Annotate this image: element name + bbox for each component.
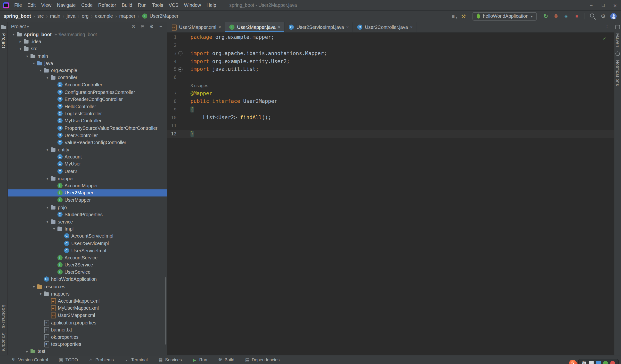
tool-button-project[interactable]: Project	[1, 33, 6, 48]
tree-item-resources[interactable]: ▾resources	[8, 283, 167, 290]
menu-edit[interactable]: Edit	[25, 0, 39, 10]
tree-item-controller[interactable]: ▾controller	[8, 74, 167, 81]
chevron-down-icon[interactable]: ▾	[38, 292, 43, 296]
fold-icon[interactable]: −	[178, 51, 182, 55]
tree-item-user2controller[interactable]: User2Controller	[8, 132, 167, 139]
tree-item-account[interactable]: Account	[8, 153, 167, 161]
tree-item-accountcontroller[interactable]: AccountController	[8, 81, 167, 88]
status-version-control[interactable]: Version Control	[11, 357, 48, 362]
status-run[interactable]: Run	[192, 357, 207, 362]
locate-icon[interactable]	[131, 24, 136, 29]
tab-user2controller-java[interactable]: User2Controller.java×	[353, 22, 417, 32]
chevron-down-icon[interactable]: ▾	[45, 177, 50, 181]
window-maximize-button[interactable]	[597, 0, 609, 10]
ime-language-indicator[interactable]: 英	[582, 360, 586, 364]
notifications-icon[interactable]	[615, 51, 620, 55]
menu-code[interactable]: Code	[79, 0, 96, 10]
tree-item-impl[interactable]: ▾Impl	[8, 225, 167, 233]
chevron-down-icon[interactable]: ▾	[45, 148, 50, 152]
tree-item-accountserviceimpl[interactable]: AccountServiceImpl	[8, 233, 167, 240]
close-icon[interactable]: ×	[218, 24, 221, 30]
inspections-ok-icon[interactable]	[603, 35, 606, 42]
ime-symbol-icon[interactable]	[596, 361, 601, 364]
settings-icon[interactable]	[149, 24, 155, 29]
tab-user2mapper-xml[interactable]: User2Mapper.xml×	[167, 22, 225, 32]
chevron-down-icon[interactable]: ▾	[31, 61, 36, 65]
project-tool-icon[interactable]	[1, 25, 6, 29]
chevron-down-icon[interactable]: ▾	[31, 285, 36, 289]
status-terminal[interactable]: Terminal	[124, 357, 147, 362]
more-tabs-icon[interactable]	[600, 22, 614, 32]
chevron-down-icon[interactable]: ▾	[11, 33, 16, 36]
menu-window[interactable]: Window	[181, 0, 204, 10]
tree-item-banner-txt[interactable]: banner.txt	[8, 326, 167, 333]
maven-tool-icon[interactable]	[615, 25, 620, 29]
sogou-logo-icon[interactable]	[568, 358, 578, 364]
rerun-icon[interactable]	[541, 12, 550, 21]
tree-item-logtestcontroller[interactable]: LogTestController	[8, 110, 167, 118]
tree-item-userservice[interactable]: UserService	[8, 269, 167, 276]
tool-button-notifications[interactable]: Notifications	[615, 60, 620, 86]
search-icon[interactable]	[588, 12, 597, 21]
build-hammer-icon[interactable]	[459, 12, 468, 21]
status-problems[interactable]: Problems	[88, 357, 114, 362]
menu-view[interactable]: View	[38, 0, 54, 10]
window-close-button[interactable]	[609, 0, 621, 10]
tree-item-idea[interactable]: ▸.idea	[8, 38, 167, 45]
tree-item-hellocontroller[interactable]: HelloController	[8, 103, 167, 110]
tree-item-user2[interactable]: User2	[8, 168, 167, 175]
chevron-down-icon[interactable]: ▾	[38, 69, 43, 72]
menu-help[interactable]: Help	[204, 0, 219, 10]
close-icon[interactable]: ×	[346, 24, 349, 30]
avatar-icon[interactable]	[609, 12, 618, 21]
menu-build[interactable]: Build	[119, 0, 135, 10]
tab-user2mapper-java[interactable]: User2Mapper.java×	[225, 22, 285, 32]
breadcrumb-user2mapper[interactable]: User2Mapper	[141, 13, 179, 19]
tree-item-test-properties[interactable]: test.properties	[8, 341, 167, 348]
menu-tools[interactable]: Tools	[149, 0, 166, 10]
tree-item-spring-boot[interactable]: ▾spring_bootE:\learn\spring_boot	[8, 31, 167, 38]
chevron-down-icon[interactable]	[27, 24, 29, 29]
ime-toolbar[interactable]: 英	[569, 359, 619, 364]
tree-item-mapper[interactable]: ▾mapper	[8, 175, 167, 182]
tree-item-accountservice[interactable]: AccountService	[8, 254, 167, 261]
menu-navigate[interactable]: Navigate	[54, 0, 78, 10]
chevron-down-icon[interactable]: ▾	[52, 227, 56, 231]
settings-icon[interactable]	[599, 12, 608, 21]
tree-item-myusermapper-xml[interactable]: MyUserMapper.xml	[8, 305, 167, 312]
tree-item-src[interactable]: ▾src	[8, 45, 167, 53]
tree-item-entity[interactable]: ▾entity	[8, 146, 167, 153]
close-icon[interactable]: ×	[278, 24, 281, 30]
window-minimize-button[interactable]	[585, 0, 597, 10]
chevron-down-icon[interactable]: ▾	[45, 220, 50, 224]
tab-user2serviceimpl-java[interactable]: User2ServiceImpl.java×	[285, 22, 353, 32]
debug-icon[interactable]	[552, 12, 560, 21]
breadcrumb-mapper[interactable]: mapper	[119, 13, 136, 19]
chevron-down-icon[interactable]: ▾	[45, 76, 50, 80]
tree-item-myusercontroller[interactable]: MyUserController	[8, 118, 167, 125]
tree-item-org-example[interactable]: ▾org.example	[8, 67, 167, 74]
stop-icon[interactable]	[572, 12, 581, 21]
tool-button-maven[interactable]: Maven	[615, 33, 620, 47]
run-configuration-select[interactable]: helloWorldApplication	[473, 12, 536, 20]
breadcrumb-main[interactable]: main	[50, 13, 61, 19]
coverage-icon[interactable]	[562, 12, 571, 21]
tree-item-myuser[interactable]: MyUser	[8, 161, 167, 168]
collapse-icon[interactable]	[140, 24, 145, 29]
tool-button-structure[interactable]: Structure	[1, 332, 6, 352]
menu-run[interactable]: Run	[135, 0, 149, 10]
breadcrumb-spring-boot[interactable]: spring_boot	[3, 13, 31, 19]
tree-item-usermapper[interactable]: UserMapper	[8, 197, 167, 204]
usages-hint[interactable]: 3 usages	[184, 82, 208, 89]
chevron-right-icon[interactable]: ▸	[18, 40, 23, 44]
tree-item-helloworldapplication[interactable]: helloWorldApplication	[8, 276, 167, 283]
task-list-icon[interactable]	[449, 12, 458, 21]
chevron-down-icon[interactable]: ▾	[24, 54, 30, 58]
status-dependencies[interactable]: Dependencies	[244, 357, 279, 362]
tree-item-accountmapper[interactable]: AccountMapper	[8, 182, 167, 190]
scrollbar-thumb[interactable]	[165, 277, 166, 345]
tree-item-user2mapper[interactable]: User2Mapper	[8, 189, 167, 197]
code-editor[interactable]: 1package org.example.mapper;23−import or…	[167, 33, 614, 355]
tree-item-propertysourcevaluereaderohtercontroller[interactable]: PropertySourceValueReaderOhterController	[8, 124, 167, 132]
menu-refactor[interactable]: Refactor	[95, 0, 119, 10]
